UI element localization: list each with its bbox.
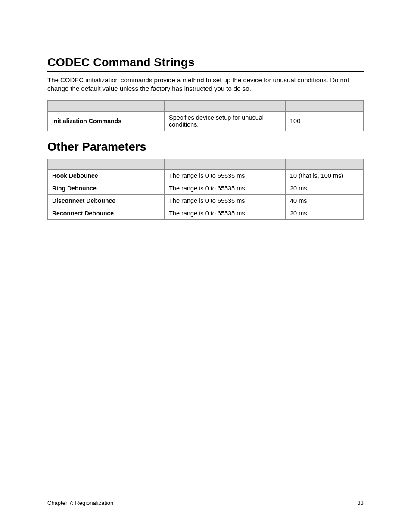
- param-value: 100: [286, 112, 364, 131]
- table-header-row: [48, 101, 364, 112]
- page-footer: Chapter 7: Regionalization 33: [47, 497, 364, 506]
- table-header-cell: [48, 159, 165, 170]
- table-row: Initialization Commands Specifies device…: [48, 112, 364, 131]
- table-row: Ring Debounce The range is 0 to 65535 ms…: [48, 182, 364, 195]
- table-row: Hook Debounce The range is 0 to 65535 ms…: [48, 170, 364, 182]
- param-label: Disconnect Debounce: [48, 195, 165, 207]
- param-desc: The range is 0 to 65535 ms: [165, 195, 286, 207]
- codec-table: Initialization Commands Specifies device…: [47, 100, 364, 131]
- table-header-row: [48, 159, 364, 170]
- footer-chapter: Chapter 7: Regionalization: [47, 500, 113, 506]
- param-label: Reconnect Debounce: [48, 207, 165, 220]
- table-header-cell: [48, 101, 165, 112]
- table-header-cell: [286, 159, 364, 170]
- param-label: Ring Debounce: [48, 182, 165, 195]
- page: CODEC Command Strings The CODEC initiali…: [0, 0, 411, 532]
- table-row: Disconnect Debounce The range is 0 to 65…: [48, 195, 364, 207]
- other-params-table: Hook Debounce The range is 0 to 65535 ms…: [47, 159, 364, 220]
- table-header-cell: [165, 159, 286, 170]
- section-title-codec: CODEC Command Strings: [47, 56, 364, 72]
- section-title-other: Other Parameters: [47, 140, 364, 156]
- section-paragraph-codec: The CODEC initialization commands provid…: [47, 76, 364, 93]
- param-desc: Specifies device setup for unusual condi…: [165, 112, 286, 131]
- table-header-cell: [165, 101, 286, 112]
- table-header-cell: [286, 101, 364, 112]
- param-label: Initialization Commands: [48, 112, 165, 131]
- param-label: Hook Debounce: [48, 170, 165, 182]
- table-row: Reconnect Debounce The range is 0 to 655…: [48, 207, 364, 220]
- param-value: 10 (that is, 100 ms): [286, 170, 364, 182]
- param-value: 20 ms: [286, 207, 364, 220]
- param-value: 40 ms: [286, 195, 364, 207]
- param-desc: The range is 0 to 65535 ms: [165, 170, 286, 182]
- param-desc: The range is 0 to 65535 ms: [165, 207, 286, 220]
- param-value: 20 ms: [286, 182, 364, 195]
- param-desc: The range is 0 to 65535 ms: [165, 182, 286, 195]
- footer-page-number: 33: [358, 500, 364, 506]
